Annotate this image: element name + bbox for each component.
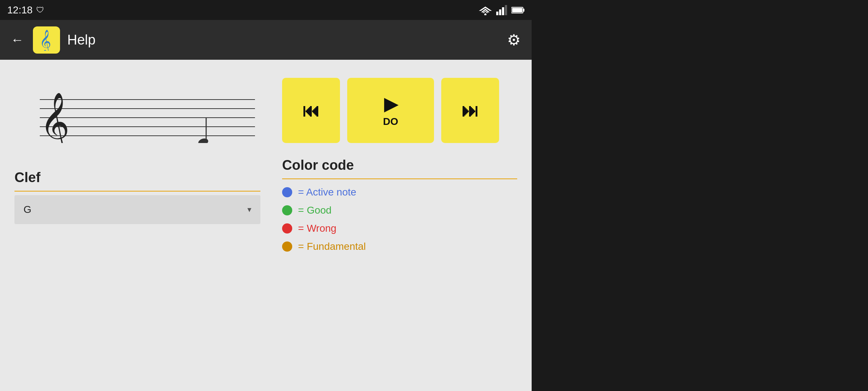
color-code-section: Color code = Active note = Good = Wrong … — [282, 157, 517, 259]
staff-notation: 𝄞 — [14, 78, 260, 143]
shield-icon: 🛡 — [36, 5, 44, 15]
svg-rect-6 — [502, 7, 504, 15]
battery-icon — [511, 6, 524, 14]
play-icon: ▶ — [384, 94, 397, 114]
svg-text:𝄞: 𝄞 — [39, 30, 51, 51]
clef-dropdown-label: G — [24, 204, 31, 215]
svg-rect-10 — [512, 8, 522, 12]
active-note-label: = Active note — [298, 186, 356, 198]
wifi-icon — [479, 5, 492, 15]
svg-rect-7 — [505, 5, 507, 15]
signal-icon — [496, 5, 507, 15]
play-label: DO — [383, 116, 398, 127]
svg-text:𝄞: 𝄞 — [40, 93, 70, 143]
clef-section: Clef G ▾ — [14, 170, 260, 224]
clef-title: Clef — [14, 170, 260, 185]
top-bar: ← 𝄞 Help ⚙ — [0, 20, 532, 60]
dark-area — [532, 0, 868, 391]
red-dot — [282, 223, 292, 234]
status-left: 12:18 🛡 — [7, 4, 44, 16]
right-panel: ⏮ ▶ DO ⏭ Color code = Active note = Good — [271, 60, 532, 391]
green-dot — [282, 205, 292, 215]
page-title: Help — [67, 32, 503, 48]
color-code-divider — [282, 178, 517, 179]
color-item-active: = Active note — [282, 186, 517, 198]
blue-dot — [282, 187, 292, 197]
svg-point-3 — [484, 13, 486, 15]
color-code-title: Color code — [282, 157, 517, 173]
time-display: 12:18 — [7, 4, 33, 16]
color-item-wrong: = Wrong — [282, 223, 517, 234]
clef-dropdown[interactable]: G ▾ — [14, 195, 260, 224]
play-button[interactable]: ▶ DO — [347, 78, 434, 143]
chevron-down-icon: ▾ — [247, 205, 251, 214]
playback-controls: ⏮ ▶ DO ⏭ — [282, 78, 517, 143]
svg-point-19 — [197, 138, 209, 143]
left-panel: 𝄞 Clef G ▾ — [0, 60, 271, 391]
back-button[interactable]: ← — [7, 29, 27, 51]
app-icon: 𝄞 — [33, 26, 60, 54]
main-content: 𝄞 Clef G ▾ ⏮ ▶ DO — [0, 60, 532, 391]
clef-divider — [14, 191, 260, 192]
status-right — [479, 5, 524, 15]
good-label: = Good — [298, 205, 332, 216]
color-item-fundamental: = Fundamental — [282, 241, 517, 252]
orange-dot — [282, 241, 292, 252]
settings-button[interactable]: ⚙ — [503, 28, 524, 52]
staff-area: 𝄞 — [14, 71, 260, 152]
status-bar: 12:18 🛡 — [0, 0, 532, 20]
treble-clef-icon: 𝄞 — [38, 29, 56, 51]
svg-rect-5 — [499, 9, 501, 15]
next-button[interactable]: ⏭ — [441, 78, 499, 143]
color-item-good: = Good — [282, 205, 517, 216]
skip-back-icon: ⏮ — [302, 101, 320, 121]
wrong-label: = Wrong — [298, 223, 336, 234]
fundamental-label: = Fundamental — [298, 241, 366, 252]
svg-rect-4 — [496, 12, 498, 15]
previous-button[interactable]: ⏮ — [282, 78, 340, 143]
svg-rect-9 — [523, 9, 524, 12]
skip-forward-icon: ⏭ — [461, 101, 479, 121]
